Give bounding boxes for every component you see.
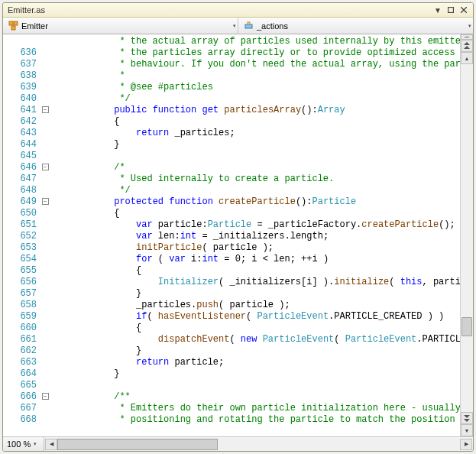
fold-cell (40, 151, 50, 162)
fold-cell: − (40, 162, 50, 173)
chevron-down-icon[interactable]: ▾ (233, 23, 236, 29)
fold-cell (40, 368, 50, 380)
line-number: 643 (3, 128, 37, 139)
fold-cell: − (40, 105, 50, 116)
editor-area: 6366376386396406416426436446456466476486… (3, 34, 473, 436)
line-number: 656 (3, 277, 37, 288)
code-line[interactable]: { (53, 265, 460, 277)
line-number: 667 (3, 403, 37, 414)
fold-cell: − (40, 196, 50, 208)
code-line[interactable]: initParticle( particle ); (53, 242, 460, 254)
code-line[interactable]: return particle; (53, 357, 460, 368)
code-line[interactable]: if( hasEventListener( ParticleEvent.PART… (53, 311, 460, 323)
code-line[interactable]: Initializer( _initializers[i] ).initiali… (53, 277, 460, 288)
scroll-right-icon[interactable]: ▶ (460, 439, 472, 450)
fold-cell (40, 47, 50, 59)
code-line[interactable]: } (53, 288, 460, 300)
code-content[interactable]: * the actual array of particles used int… (50, 34, 460, 436)
fold-cell (40, 116, 50, 128)
fold-toggle-icon[interactable]: − (42, 393, 49, 400)
fold-cell (40, 128, 50, 139)
scroll-page-up-icon[interactable] (461, 40, 473, 52)
code-line[interactable]: var particle:Particle = _particleFactory… (53, 219, 460, 231)
fold-cell (40, 93, 50, 105)
titlebar: Emitter.as ▼ (3, 3, 473, 18)
fold-cell (40, 380, 50, 391)
fold-column: −−−− (40, 34, 50, 436)
vertical-scrollbar[interactable]: ─ ▲ ▼ (460, 34, 473, 436)
fold-cell (40, 254, 50, 265)
code-line[interactable] (53, 151, 460, 162)
fold-toggle-icon[interactable]: − (42, 164, 49, 170)
scroll-down-icon[interactable]: ▼ (461, 424, 473, 436)
line-number: 662 (3, 345, 37, 357)
horizontal-scroll-thumb[interactable] (57, 439, 218, 450)
svg-rect-6 (245, 24, 252, 28)
fold-cell (40, 334, 50, 345)
code-line[interactable]: /** (53, 391, 460, 403)
zoom-control[interactable]: 100 % ▾ (3, 437, 44, 451)
line-number: 668 (3, 414, 37, 426)
class-selector[interactable]: Emitter ▾ (3, 18, 238, 34)
code-line[interactable]: } (53, 345, 460, 357)
member-selector[interactable]: _actions ▾ (238, 18, 473, 34)
svg-rect-0 (448, 8, 454, 13)
line-number: 657 (3, 288, 37, 300)
fold-cell (40, 70, 50, 82)
fold-toggle-icon[interactable]: − (42, 106, 49, 113)
svg-rect-3 (9, 21, 13, 25)
chevron-down-icon[interactable]: ▾ (468, 23, 471, 29)
code-line[interactable]: * behaviour. If you don't need the actua… (53, 59, 460, 70)
horizontal-scroll-track[interactable] (57, 439, 460, 450)
code-line[interactable]: * (53, 70, 460, 82)
window-dropdown-icon[interactable]: ▼ (432, 5, 444, 15)
code-line[interactable]: for ( var i:int = 0; i < len; ++i ) (53, 254, 460, 265)
code-line[interactable]: dispatchEvent( new ParticleEvent( Partic… (53, 334, 460, 345)
fold-cell (40, 219, 50, 231)
fold-cell (40, 345, 50, 357)
scroll-page-down-icon[interactable] (461, 412, 473, 424)
code-line[interactable]: * Used internally to create a particle. (53, 173, 460, 185)
split-handle[interactable]: ─ (461, 34, 473, 40)
fold-cell (40, 357, 50, 368)
code-line[interactable]: * Emitters do their own particle initial… (53, 403, 460, 414)
class-selector-label: Emitter (21, 21, 48, 31)
code-line[interactable]: { (53, 208, 460, 219)
code-line[interactable]: var len:int = _initializers.length; (53, 231, 460, 242)
code-line[interactable]: */ (53, 185, 460, 196)
code-line[interactable]: } (53, 139, 460, 151)
line-number: 639 (3, 82, 37, 93)
fold-toggle-icon[interactable]: − (42, 198, 49, 205)
code-line[interactable] (53, 380, 460, 391)
window-title: Emitter.as (6, 5, 431, 15)
svg-rect-7 (248, 22, 250, 24)
horizontal-scrollbar[interactable]: ◀ ▶ (45, 438, 472, 451)
svg-rect-5 (11, 26, 15, 30)
fold-cell (40, 277, 50, 288)
line-number: 640 (3, 93, 37, 105)
code-line[interactable]: /* (53, 162, 460, 173)
code-line[interactable]: return _particles; (53, 128, 460, 139)
code-line[interactable]: * the particles array directly or to pro… (53, 47, 460, 59)
code-line[interactable]: { (53, 323, 460, 334)
vertical-scroll-thumb[interactable] (461, 317, 472, 336)
line-number (3, 36, 37, 47)
code-line[interactable]: } (53, 368, 460, 380)
line-number: 638 (3, 70, 37, 82)
code-line[interactable]: _particles.push( particle ); (53, 300, 460, 311)
code-line[interactable]: */ (53, 93, 460, 105)
code-line[interactable]: { (53, 116, 460, 128)
code-line[interactable]: * positioning and rotating the particle … (53, 414, 460, 426)
code-line[interactable]: protected function createParticle():Part… (53, 196, 460, 208)
scroll-left-icon[interactable]: ◀ (45, 439, 57, 450)
line-number: 665 (3, 380, 37, 391)
code-line[interactable]: * the actual array of particles used int… (53, 36, 460, 47)
maximize-button[interactable] (445, 5, 457, 15)
code-line[interactable]: public function get particlesArray():Arr… (53, 105, 460, 116)
line-number: 642 (3, 116, 37, 128)
fold-cell (40, 208, 50, 219)
scroll-up-icon[interactable]: ▲ (461, 52, 473, 64)
code-line[interactable]: * @see #particles (53, 82, 460, 93)
chevron-down-icon[interactable]: ▾ (31, 441, 40, 447)
close-button[interactable] (458, 5, 470, 15)
